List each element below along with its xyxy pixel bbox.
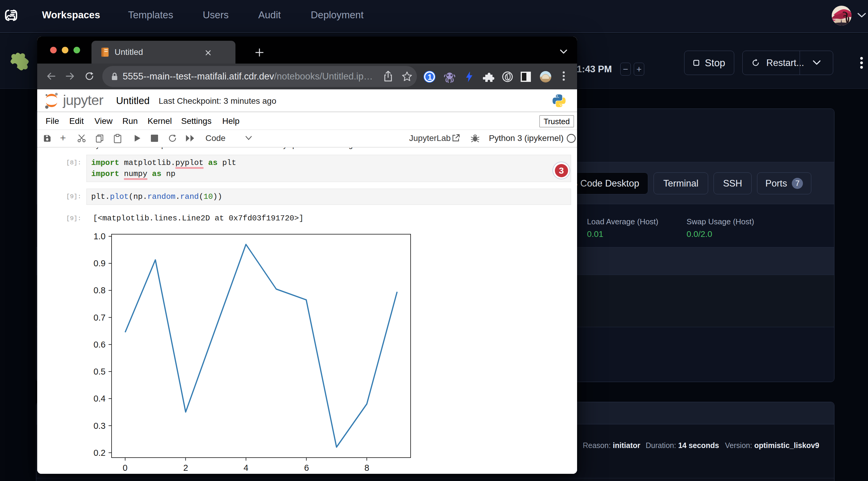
svg-text:0.2: 0.2	[94, 448, 105, 458]
svg-text:0: 0	[123, 463, 127, 473]
svg-text:0.6: 0.6	[94, 340, 105, 349]
svg-text:0.3: 0.3	[94, 421, 105, 430]
svg-text:6: 6	[304, 463, 309, 473]
svg-text:2: 2	[183, 463, 188, 473]
svg-text:4: 4	[244, 463, 248, 473]
svg-text:0.9: 0.9	[94, 258, 105, 268]
svg-text:0.5: 0.5	[94, 367, 105, 376]
svg-text:1.0: 1.0	[94, 231, 105, 241]
svg-text:8: 8	[364, 463, 369, 473]
svg-text:0.4: 0.4	[94, 394, 105, 403]
svg-text:0.8: 0.8	[94, 286, 105, 295]
svg-text:0.7: 0.7	[94, 313, 105, 322]
